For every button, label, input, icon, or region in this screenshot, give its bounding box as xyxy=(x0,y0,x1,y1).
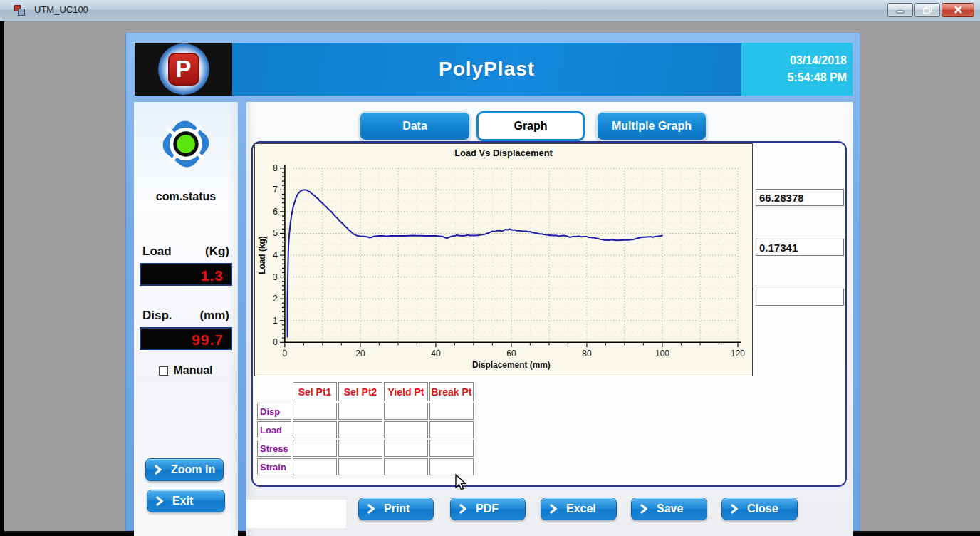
points-table-cell xyxy=(293,421,337,438)
points-table-cell xyxy=(384,440,428,457)
load-value-display: 1.3 xyxy=(140,263,232,286)
exit-label: Exit xyxy=(172,495,193,507)
status-indicator-green xyxy=(175,133,197,155)
button-label: Excel xyxy=(566,502,596,515)
close-icon xyxy=(954,6,963,14)
svg-text:Displacement (mm): Displacement (mm) xyxy=(472,360,551,370)
svg-text:Load Vs Displacement: Load Vs Displacement xyxy=(454,148,553,158)
svg-text:7: 7 xyxy=(273,185,278,195)
points-table-row-disp: Disp xyxy=(257,403,291,420)
svg-text:Load (kg): Load (kg) xyxy=(257,236,267,274)
close-button[interactable]: Close xyxy=(721,498,798,520)
points-table-cell xyxy=(384,421,428,438)
close-button[interactable] xyxy=(942,3,974,17)
points-table-col-break-pt: Break Pt xyxy=(429,382,474,401)
result-field-2[interactable] xyxy=(756,239,844,256)
restore-button[interactable] xyxy=(914,3,940,17)
points-table-cell xyxy=(293,458,337,475)
chevron-right-icon xyxy=(550,504,558,514)
minimize-icon xyxy=(896,6,905,14)
window-titlebar: UTM_UC100 xyxy=(0,0,980,21)
table-row: Load xyxy=(257,421,474,438)
points-table: Sel Pt1Sel Pt2Yield PtBreak PtDispLoadSt… xyxy=(256,381,475,477)
chevron-right-icon xyxy=(156,496,164,506)
exit-button[interactable]: Exit xyxy=(147,490,225,512)
mouse-cursor xyxy=(454,474,469,491)
disp-unit: (mm) xyxy=(199,309,229,323)
excel-button[interactable]: Excel xyxy=(541,498,617,520)
points-table-row-strain: Strain xyxy=(257,458,291,475)
points-table-col-sel-pt1: Sel Pt1 xyxy=(293,382,337,401)
svg-text:60: 60 xyxy=(506,349,516,359)
svg-text:6: 6 xyxy=(273,207,278,217)
chevron-right-icon xyxy=(368,504,375,514)
disp-label-row: Disp. (mm) xyxy=(134,309,238,323)
points-table-cell xyxy=(338,458,382,475)
button-label: PDF xyxy=(476,502,499,515)
result-field-3[interactable] xyxy=(756,289,844,306)
chevron-right-icon xyxy=(731,504,739,514)
restore-icon xyxy=(923,6,932,14)
app-title: PolyPlast xyxy=(439,58,535,81)
logo-glow-circle: P xyxy=(158,43,209,95)
app-icon xyxy=(14,5,26,16)
points-table-cell xyxy=(429,458,474,475)
datetime-box: 03/14/2018 5:54:48 PM xyxy=(741,43,853,96)
points-table-cell xyxy=(429,440,474,457)
header-banner: PolyPlast xyxy=(232,43,741,96)
chevron-right-icon xyxy=(640,504,648,514)
logo-letter: P xyxy=(168,53,199,86)
load-label-row: Load (Kg) xyxy=(134,244,238,259)
tab-multiple-graph[interactable]: Multiple Graph xyxy=(596,111,707,141)
minimize-button[interactable] xyxy=(887,3,913,17)
main-content: DataGraphMultiple Graph Load Vs Displace… xyxy=(246,102,853,536)
svg-text:80: 80 xyxy=(582,349,592,359)
points-table-cell xyxy=(429,403,474,420)
com-status-icon xyxy=(155,113,217,175)
table-row: Disp xyxy=(257,403,474,420)
table-row: Strain xyxy=(257,458,474,475)
svg-text:8: 8 xyxy=(273,163,278,173)
manual-checkbox[interactable] xyxy=(159,366,168,376)
points-table-col-yield-pt: Yield Pt xyxy=(384,382,428,401)
svg-text:3: 3 xyxy=(273,272,278,282)
manual-checkbox-row: Manual xyxy=(134,364,238,377)
pdf-button[interactable]: PDF xyxy=(450,498,526,520)
button-label: Print xyxy=(384,502,410,515)
footer-blank-box xyxy=(246,500,346,528)
zoom-in-label: Zoom In xyxy=(171,463,215,476)
svg-text:0: 0 xyxy=(273,337,278,347)
tab-graph[interactable]: Graph xyxy=(476,111,585,141)
points-table-row-stress: Stress xyxy=(257,440,291,457)
svg-text:120: 120 xyxy=(731,349,745,359)
save-button[interactable]: Save xyxy=(631,498,707,520)
chevron-right-icon xyxy=(155,465,162,475)
svg-text:2: 2 xyxy=(273,294,278,304)
table-row: Stress xyxy=(257,440,474,457)
load-unit: (Kg) xyxy=(205,244,229,259)
svg-text:100: 100 xyxy=(655,349,669,359)
points-table-cell xyxy=(293,440,337,457)
points-table-cell xyxy=(429,421,474,438)
disp-value-display: 99.7 xyxy=(140,327,232,350)
sidebar: com.status Load (Kg) 1.3 Disp. (mm) 99.7… xyxy=(134,102,238,536)
load-vs-displacement-chart[interactable]: Load Vs Displacement01234567802040608010… xyxy=(254,143,753,376)
tab-bar: DataGraphMultiple Graph xyxy=(246,111,853,141)
load-label: Load xyxy=(142,244,172,259)
points-table-row-load: Load xyxy=(257,421,291,438)
points-table-corner xyxy=(257,382,291,401)
tab-data[interactable]: Data xyxy=(359,111,471,141)
app-logo: P xyxy=(135,43,232,96)
manual-label: Manual xyxy=(173,364,212,377)
svg-text:0: 0 xyxy=(283,349,288,359)
result-field-1[interactable] xyxy=(756,189,844,206)
svg-text:4: 4 xyxy=(273,250,278,260)
window-title: UTM_UC100 xyxy=(34,4,88,15)
points-table-cell xyxy=(384,403,428,420)
zoom-in-button[interactable]: Zoom In xyxy=(145,458,224,481)
points-table-cell xyxy=(293,403,337,420)
points-table-cell xyxy=(338,440,382,457)
print-button[interactable]: Print xyxy=(358,498,434,520)
button-label: Close xyxy=(747,502,778,515)
svg-text:1: 1 xyxy=(273,316,278,326)
